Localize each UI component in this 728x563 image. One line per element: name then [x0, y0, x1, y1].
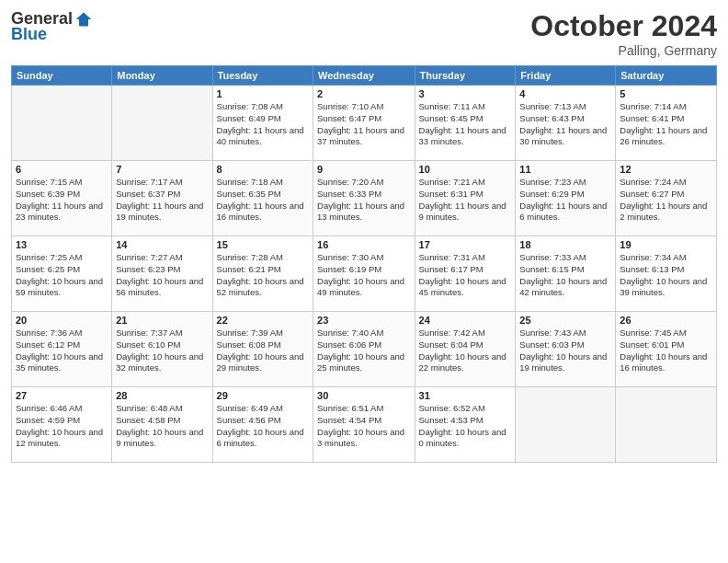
- weekday-header-friday: Friday: [516, 66, 616, 86]
- calendar-cell: 26Sunrise: 7:45 AM Sunset: 6:01 PM Dayli…: [616, 312, 717, 387]
- calendar-cell: 7Sunrise: 7:17 AM Sunset: 6:37 PM Daylig…: [112, 161, 212, 236]
- calendar-cell: 13Sunrise: 7:25 AM Sunset: 6:25 PM Dayli…: [12, 236, 112, 312]
- day-number: 24: [419, 315, 512, 326]
- day-info: Sunrise: 7:39 AM Sunset: 6:08 PM Dayligh…: [217, 327, 309, 374]
- calendar-cell: 27Sunrise: 6:46 AM Sunset: 4:59 PM Dayli…: [12, 387, 112, 463]
- day-info: Sunrise: 7:40 AM Sunset: 6:06 PM Dayligh…: [317, 327, 411, 374]
- calendar-cell: 11Sunrise: 7:23 AM Sunset: 6:29 PM Dayli…: [516, 161, 616, 236]
- day-info: Sunrise: 7:25 AM Sunset: 6:25 PM Dayligh…: [16, 252, 108, 299]
- day-info: Sunrise: 7:18 AM Sunset: 6:35 PM Dayligh…: [217, 177, 309, 224]
- calendar-cell: 9Sunrise: 7:20 AM Sunset: 6:33 PM Daylig…: [313, 161, 415, 236]
- calendar-cell: 4Sunrise: 7:13 AM Sunset: 6:43 PM Daylig…: [516, 86, 616, 161]
- day-info: Sunrise: 7:31 AM Sunset: 6:17 PM Dayligh…: [419, 252, 512, 299]
- day-number: 23: [317, 315, 411, 326]
- logo-icon: [74, 10, 93, 29]
- day-info: Sunrise: 7:23 AM Sunset: 6:29 PM Dayligh…: [519, 177, 611, 224]
- day-info: Sunrise: 7:33 AM Sunset: 6:15 PM Dayligh…: [519, 252, 611, 299]
- calendar-cell: [112, 86, 212, 161]
- svg-marker-0: [76, 12, 92, 26]
- day-info: Sunrise: 7:21 AM Sunset: 6:31 PM Dayligh…: [419, 177, 512, 224]
- weekday-header-thursday: Thursday: [415, 66, 516, 86]
- day-info: Sunrise: 6:52 AM Sunset: 4:53 PM Dayligh…: [419, 403, 512, 450]
- calendar-cell: 31Sunrise: 6:52 AM Sunset: 4:53 PM Dayli…: [415, 387, 516, 463]
- calendar-cell: 20Sunrise: 7:36 AM Sunset: 6:12 PM Dayli…: [12, 312, 112, 387]
- day-number: 13: [16, 239, 108, 250]
- calendar-cell: 16Sunrise: 7:30 AM Sunset: 6:19 PM Dayli…: [313, 236, 415, 312]
- day-number: 1: [217, 88, 309, 99]
- weekday-header-sunday: Sunday: [12, 66, 112, 86]
- calendar-cell: 29Sunrise: 6:49 AM Sunset: 4:56 PM Dayli…: [212, 387, 313, 463]
- header: General Blue October 2024 Palling, Germa…: [11, 9, 717, 58]
- calendar-cell: 5Sunrise: 7:14 AM Sunset: 6:41 PM Daylig…: [616, 86, 717, 161]
- day-info: Sunrise: 7:30 AM Sunset: 6:19 PM Dayligh…: [317, 252, 411, 299]
- day-info: Sunrise: 7:42 AM Sunset: 6:04 PM Dayligh…: [419, 327, 512, 374]
- day-info: Sunrise: 7:14 AM Sunset: 6:41 PM Dayligh…: [620, 101, 712, 148]
- calendar-cell: 30Sunrise: 6:51 AM Sunset: 4:54 PM Dayli…: [313, 387, 415, 463]
- calendar-cell: 23Sunrise: 7:40 AM Sunset: 6:06 PM Dayli…: [313, 312, 415, 387]
- calendar-cell: 14Sunrise: 7:27 AM Sunset: 6:23 PM Dayli…: [112, 236, 212, 312]
- logo: General Blue: [11, 9, 93, 44]
- day-info: Sunrise: 7:45 AM Sunset: 6:01 PM Dayligh…: [620, 327, 712, 374]
- day-info: Sunrise: 7:11 AM Sunset: 6:45 PM Dayligh…: [419, 101, 512, 148]
- day-number: 19: [620, 239, 712, 250]
- day-number: 14: [116, 239, 208, 250]
- day-info: Sunrise: 7:10 AM Sunset: 6:47 PM Dayligh…: [317, 101, 411, 148]
- day-number: 26: [620, 315, 712, 326]
- day-info: Sunrise: 6:46 AM Sunset: 4:59 PM Dayligh…: [16, 403, 108, 450]
- day-number: 31: [419, 390, 512, 401]
- weekday-header-monday: Monday: [112, 66, 212, 86]
- calendar-cell: [12, 86, 112, 161]
- calendar-cell: 3Sunrise: 7:11 AM Sunset: 6:45 PM Daylig…: [415, 86, 516, 161]
- day-number: 28: [116, 390, 208, 401]
- day-info: Sunrise: 6:49 AM Sunset: 4:56 PM Dayligh…: [217, 403, 309, 450]
- day-info: Sunrise: 7:15 AM Sunset: 6:39 PM Dayligh…: [16, 177, 108, 224]
- calendar-cell: 25Sunrise: 7:43 AM Sunset: 6:03 PM Dayli…: [516, 312, 616, 387]
- day-info: Sunrise: 7:27 AM Sunset: 6:23 PM Dayligh…: [116, 252, 208, 299]
- calendar-cell: 2Sunrise: 7:10 AM Sunset: 6:47 PM Daylig…: [313, 86, 415, 161]
- calendar-cell: 6Sunrise: 7:15 AM Sunset: 6:39 PM Daylig…: [12, 161, 112, 236]
- day-info: Sunrise: 7:08 AM Sunset: 6:49 PM Dayligh…: [217, 101, 309, 148]
- logo-blue: Blue: [11, 25, 47, 44]
- calendar-table: SundayMondayTuesdayWednesdayThursdayFrid…: [11, 65, 717, 463]
- day-info: Sunrise: 7:34 AM Sunset: 6:13 PM Dayligh…: [620, 252, 712, 299]
- calendar-cell: 24Sunrise: 7:42 AM Sunset: 6:04 PM Dayli…: [415, 312, 516, 387]
- day-info: Sunrise: 7:28 AM Sunset: 6:21 PM Dayligh…: [217, 252, 309, 299]
- day-number: 11: [519, 164, 611, 175]
- weekday-header-tuesday: Tuesday: [212, 66, 313, 86]
- day-info: Sunrise: 6:51 AM Sunset: 4:54 PM Dayligh…: [317, 403, 411, 450]
- weekday-header-wednesday: Wednesday: [313, 66, 415, 86]
- day-info: Sunrise: 7:43 AM Sunset: 6:03 PM Dayligh…: [519, 327, 611, 374]
- page: General Blue October 2024 Palling, Germa…: [0, 0, 728, 563]
- day-info: Sunrise: 7:17 AM Sunset: 6:37 PM Dayligh…: [116, 177, 208, 224]
- day-number: 18: [519, 239, 611, 250]
- day-number: 8: [217, 164, 309, 175]
- day-number: 9: [317, 164, 411, 175]
- calendar-cell: 21Sunrise: 7:37 AM Sunset: 6:10 PM Dayli…: [112, 312, 212, 387]
- title-block: October 2024 Palling, Germany: [530, 9, 717, 58]
- calendar-cell: 22Sunrise: 7:39 AM Sunset: 6:08 PM Dayli…: [212, 312, 313, 387]
- day-number: 12: [620, 164, 712, 175]
- calendar-cell: 28Sunrise: 6:48 AM Sunset: 4:58 PM Dayli…: [112, 387, 212, 463]
- day-number: 3: [419, 88, 512, 99]
- day-number: 25: [519, 315, 611, 326]
- day-number: 17: [419, 239, 512, 250]
- day-number: 29: [217, 390, 309, 401]
- day-info: Sunrise: 6:48 AM Sunset: 4:58 PM Dayligh…: [116, 403, 208, 450]
- day-info: Sunrise: 7:13 AM Sunset: 6:43 PM Dayligh…: [519, 101, 611, 148]
- calendar-cell: 18Sunrise: 7:33 AM Sunset: 6:15 PM Dayli…: [516, 236, 616, 312]
- day-number: 4: [519, 88, 611, 99]
- day-number: 20: [16, 315, 108, 326]
- calendar-cell: 15Sunrise: 7:28 AM Sunset: 6:21 PM Dayli…: [212, 236, 313, 312]
- day-number: 5: [620, 88, 712, 99]
- weekday-header-saturday: Saturday: [616, 66, 717, 86]
- location-title: Palling, Germany: [530, 43, 717, 58]
- calendar-cell: 19Sunrise: 7:34 AM Sunset: 6:13 PM Dayli…: [616, 236, 717, 312]
- day-info: Sunrise: 7:20 AM Sunset: 6:33 PM Dayligh…: [317, 177, 411, 224]
- calendar-cell: [616, 387, 717, 463]
- day-number: 7: [116, 164, 208, 175]
- day-info: Sunrise: 7:24 AM Sunset: 6:27 PM Dayligh…: [620, 177, 712, 224]
- calendar-cell: 12Sunrise: 7:24 AM Sunset: 6:27 PM Dayli…: [616, 161, 717, 236]
- day-number: 30: [317, 390, 411, 401]
- day-number: 15: [217, 239, 309, 250]
- day-number: 22: [217, 315, 309, 326]
